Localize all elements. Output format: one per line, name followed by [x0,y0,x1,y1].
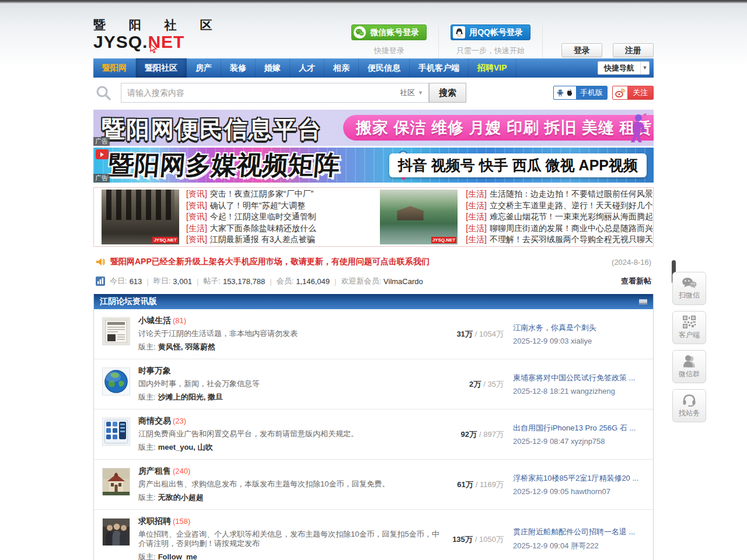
people-icon[interactable] [102,518,130,546]
trade-panel-icon[interactable] [102,418,130,446]
newspaper-icon[interactable] [102,317,130,345]
qq-login-button[interactable]: 用QQ帐号登录 [451,24,530,40]
new-member-link[interactable]: VilmaCardo [383,277,423,286]
site-logo[interactable]: 暨 阳 社 区 JYSQ.NET [93,18,231,58]
follow-button[interactable]: 关注 [612,86,654,100]
news-link[interactable]: [资讯]确认了！明年“苏超”大调整 [186,200,372,212]
post-count: / 1054万 [475,329,504,340]
wechat-group-label: 微信群 [679,369,700,379]
news-text: 立交桥主车道里走路、逆行！天天碰到好几个 [490,201,653,210]
nav-item-zhaopin-vip[interactable]: 招聘VIP [469,58,516,78]
forum-moderators: 版主:Follow_me [138,552,441,560]
news-link[interactable]: [生活]生活随拍：边走边拍！不要错过眼前任何风景 [466,188,653,200]
announcement-date: (2024-8-16) [612,258,651,267]
nav-item-bianmin[interactable]: 便民信息 [359,58,410,78]
banner2-title: 暨阳网多媒视频矩阵 [107,148,341,183]
forum-stats: 92万/ 897万 [445,416,504,453]
site-staff-button[interactable]: 找站务 [672,389,706,422]
nav-item-jysq[interactable]: 暨阳社区 [136,58,187,78]
last-post-meta[interactable]: 2025-12-9 09:05 hawthorn07 [513,487,646,496]
news-photo-river[interactable]: JYSQ.NET [380,190,458,244]
search-input[interactable] [121,83,395,102]
nav-item-zhuangxiu[interactable]: 装修 [221,58,256,78]
stat-members-value: 1,146,049 [296,277,330,286]
mods-names[interactable]: Follow_me [158,552,197,560]
news-link[interactable]: [资讯]突击！夜查江阴多家“厂中厂” [186,188,372,200]
view-new-posts-link[interactable]: 查看新帖 [621,276,651,286]
last-post-title[interactable]: 浮桥家苑10楼85平2室1厅精装修20 ... [513,474,646,483]
last-post: 出自用国行iPhone13 Pro 256G 石 ... 2025-12-9 0… [513,416,646,453]
news-tag: [生活] [466,223,487,233]
client-app-label: 客户端 [679,330,700,340]
news-link[interactable]: [生活]不理解！去买羽绒服两个导购全程无视只聊天 [466,234,653,246]
chevron-down-icon[interactable]: ▼ [640,62,649,74]
post-count: / 35万 [483,379,504,390]
nav-item-xiangqin[interactable]: 相亲 [324,58,359,78]
forum-title[interactable]: 商情交易(23) [138,416,441,426]
mods-label: 版主: [138,443,156,452]
news-link[interactable]: [生活]聊聊周庄街道的发展！商业中心总是随路而兴 [466,223,653,235]
collapse-icon[interactable] [639,299,647,304]
news-link[interactable]: [资讯]今起！江阴这里临时交通管制 [186,211,372,223]
last-post-title[interactable]: 贯庄附近船舶配件公司招聘一名退 ... [513,527,646,537]
news-photo-factory[interactable]: JYSQ.NET [102,190,179,244]
wechat-scan-button[interactable]: 扫微信 [672,272,706,305]
mods-names[interactable]: meet_you, 山吹 [158,443,213,452]
last-post-meta[interactable]: 2025-12-9 08:47 xyzjnp758 [513,437,646,446]
ad-banner-video-matrix[interactable]: 暨阳网多媒视频矩阵 抖音 视频号 快手 西瓜 微视 APP视频 广告 [93,148,654,183]
last-post-meta[interactable]: 2025-12-9 09:04 胖哥222 [513,541,646,551]
nav-item-hunjia[interactable]: 婚嫁 [256,58,290,78]
nav-item-fangchan[interactable]: 房产 [187,58,221,78]
chevron-down-icon: ▼ [418,90,423,96]
wechat-bubbles-icon [682,277,697,289]
news-tag: [资讯] [186,201,207,210]
news-text: 不理解！去买羽绒服两个导购全程无视只聊天 [490,235,653,244]
last-post-meta[interactable]: 2025-12-8 18:21 wangzizheng [513,387,646,396]
cursor-icon [149,44,158,53]
mods-names[interactable]: 无敌的小超超 [158,493,204,502]
news-text: 聊聊周庄街道的发展！商业中心总是随路而兴 [490,223,653,233]
search-button[interactable]: 搜索 [429,83,466,103]
mobile-version-button[interactable]: 手机版 [553,86,608,100]
last-post-title[interactable]: 江南水务，你真是个刺头 [513,323,646,332]
stat-today-value: 613 [130,277,142,286]
news-link[interactable]: [资讯]江阴最新通报 有3人差点被骗 [186,234,372,246]
login-button[interactable]: 登录 [561,43,602,57]
quick-nav-button[interactable]: 快捷导航 ▼ [598,61,650,75]
news-link[interactable]: [生活]立交桥主车道里走路、逆行！天天碰到好几个 [466,200,653,212]
stat-posts-label: 帖子: [203,276,221,286]
post-count: / 1050万 [475,534,504,545]
nav-item-jyw[interactable]: 暨阳网 [93,58,136,78]
ad-banner-convenience[interactable]: 暨阳网便民信息平台 搬家 保洁 维修 月嫂 印刷 拆旧 美缝 租赁 广告 [93,110,654,146]
mods-names[interactable]: 黄风怪, 羽落蔚然 [158,342,215,351]
news-link[interactable]: [生活]大家下面条除盐味精还放什么 [186,223,372,235]
nav-item-mobile-client[interactable]: 手机客户端 [410,58,469,78]
last-post-meta[interactable]: 2025-12-9 09:03 xialiye [513,337,646,345]
thread-count: 31万 [456,329,472,340]
last-post-title[interactable]: 出自用国行iPhone13 Pro 256G 石 ... [513,424,646,433]
forum-description: 江阴免费商业广告和闲置交易平台，发布前请留意版内相关规定。 [138,429,441,439]
client-app-button[interactable]: 客户端 [672,311,706,344]
register-button[interactable]: 注册 [613,43,654,57]
forum-title[interactable]: 小城生活(81) [138,316,441,326]
forum-title[interactable]: 房产租售(240) [138,466,441,476]
logo-latin-text: JYSQ.NET [93,33,231,51]
search-scope-dropdown[interactable]: 社区 ▼ [395,83,428,102]
wechat-group-button[interactable]: 微信群 [672,350,706,383]
announcement-text[interactable]: 暨阳网APP已经全新升级上架各大手机应用市场，敬请更新，有使用问题可点击联系我们 [110,257,430,267]
wechat-login-button[interactable]: 微信账号登录 [351,24,427,40]
forum-moderators: 版主:沙滩上的阳光, 撒旦 [138,392,441,402]
house-icon[interactable] [102,468,130,496]
last-post-title[interactable]: 柬埔寨将对中国公民试行免签政策 ... [513,373,646,383]
stat-members-label: 会员: [277,276,294,286]
banner1-title: 暨阳网便民信息平台 [102,113,322,145]
news-link[interactable]: [生活]难忘釜山烟花节！一束束光彩绚丽从海面腾起 [466,211,653,223]
mods-names[interactable]: 沙滩上的阳光, 撒旦 [158,393,223,401]
banner1-services: 搬家 保洁 维修 月嫂 印刷 拆旧 美缝 租赁 [343,115,654,141]
android-icon [557,89,564,97]
globe-icon[interactable] [102,368,130,396]
forum-title[interactable]: 时事万象 [138,366,441,376]
news-text: 生活随拍：边走边拍！不要错过眼前任何风景 [490,189,653,198]
nav-item-rencai[interactable]: 人才 [290,58,324,78]
forum-title[interactable]: 求职招聘(158) [138,516,441,526]
